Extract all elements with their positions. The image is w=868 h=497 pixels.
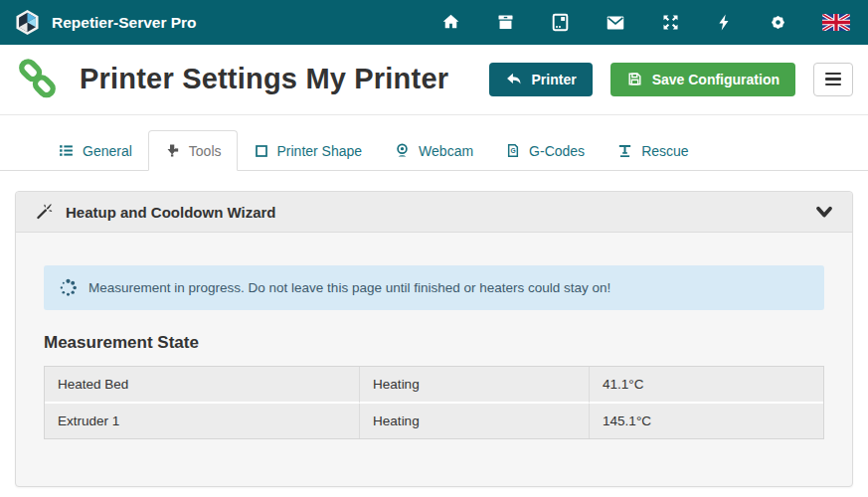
tab-general-label: General <box>83 143 132 159</box>
state-cell: Heating <box>360 404 590 438</box>
extruder-icon <box>164 142 181 159</box>
gear-icon[interactable] <box>768 12 788 33</box>
device-cell: Heated Bed <box>45 367 360 404</box>
back-arrow-icon <box>505 72 523 87</box>
panel-body: Measurement in progress. Do not leave th… <box>16 233 852 479</box>
tab-webcam[interactable]: Webcam <box>378 130 489 171</box>
spinner-icon <box>59 278 78 297</box>
settings-tabs: General Tools Printer Shape Webcam <box>0 115 868 171</box>
repetier-logo-icon <box>14 9 41 36</box>
alert-text: Measurement in progress. Do not leave th… <box>88 280 610 295</box>
chain-link-icon <box>14 56 61 102</box>
panel-title: Heatup and Cooldown Wizard <box>66 204 276 221</box>
table-row: Heated Bed Heating 41.1°C <box>45 367 823 404</box>
save-configuration-label: Save Configuration <box>652 72 780 87</box>
save-configuration-button[interactable]: Save Configuration <box>610 63 795 96</box>
navbar-icons <box>440 12 854 34</box>
table-row: Extruder 1 Heating 145.1°C <box>45 404 823 438</box>
rescue-probe-icon <box>616 142 633 159</box>
printer-box-icon[interactable] <box>495 12 516 33</box>
brand[interactable]: Repetier-Server Pro <box>14 9 197 36</box>
save-floppy-icon <box>626 71 643 87</box>
measurement-table: Heated Bed Heating 41.1°C Extruder 1 Hea… <box>44 366 824 439</box>
tab-tools[interactable]: Tools <box>148 130 238 171</box>
tab-gcodes[interactable]: G G-Codes <box>489 130 601 171</box>
language-flag-uk-icon[interactable] <box>822 14 850 31</box>
page-header: Printer Settings My Printer Printer Save… <box>0 45 868 114</box>
tab-rescue[interactable]: Rescue <box>601 130 704 171</box>
magic-wand-icon <box>35 203 53 221</box>
chevron-down-icon[interactable] <box>815 206 833 219</box>
svg-text:G: G <box>511 147 516 154</box>
menu-button[interactable] <box>813 63 853 96</box>
tab-tools-label: Tools <box>189 143 222 159</box>
device-cell: Extruder 1 <box>45 404 360 438</box>
list-icon <box>58 142 75 159</box>
mail-icon[interactable] <box>605 12 626 34</box>
temperature-cell: 145.1°C <box>590 404 823 438</box>
tablet-icon[interactable] <box>550 12 571 33</box>
tab-webcam-label: Webcam <box>419 143 473 159</box>
bolt-icon[interactable] <box>715 12 734 33</box>
tab-general[interactable]: General <box>42 130 148 171</box>
webcam-icon <box>394 142 411 159</box>
brand-name: Repetier-Server Pro <box>52 14 197 32</box>
measurement-progress-alert: Measurement in progress. Do not leave th… <box>44 265 824 310</box>
tab-printer-shape[interactable]: Printer Shape <box>238 131 379 171</box>
panel-header[interactable]: Heatup and Cooldown Wizard <box>16 192 852 233</box>
tab-printer-shape-label: Printer Shape <box>277 143 363 159</box>
gcode-file-icon: G <box>505 142 521 159</box>
tab-gcodes-label: G-Codes <box>529 143 585 159</box>
tab-rescue-label: Rescue <box>641 143 688 159</box>
top-navbar: Repetier-Server Pro <box>0 0 868 45</box>
state-cell: Heating <box>360 367 590 404</box>
heatup-cooldown-panel: Heatup and Cooldown Wizard Measurement i… <box>15 191 853 487</box>
temperature-cell: 41.1°C <box>590 367 823 404</box>
hamburger-icon <box>825 73 841 76</box>
measurement-state-title: Measurement State <box>44 333 824 353</box>
printer-button-label: Printer <box>532 72 577 87</box>
page-title: Printer Settings My Printer <box>80 63 448 95</box>
printer-button[interactable]: Printer <box>489 63 593 96</box>
home-icon[interactable] <box>440 12 461 33</box>
square-outline-icon <box>254 143 269 159</box>
fullscreen-icon[interactable] <box>660 12 681 33</box>
